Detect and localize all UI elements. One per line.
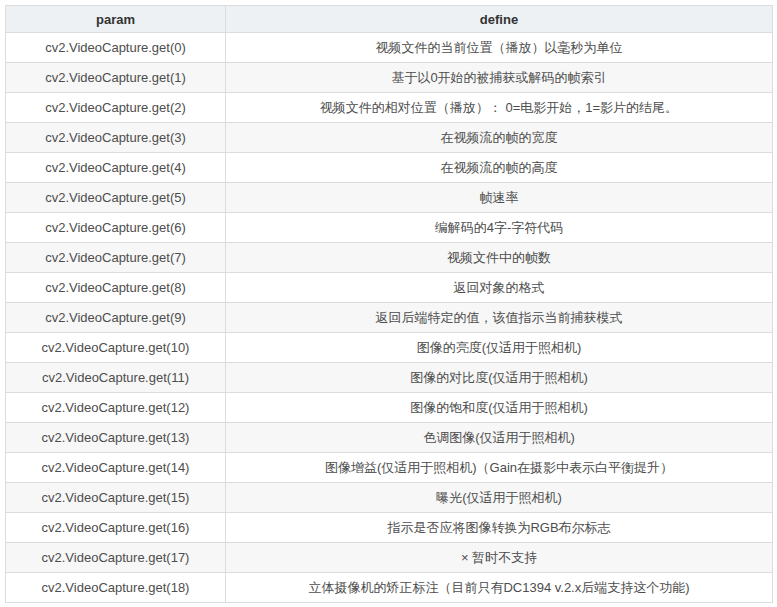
define-cell: 编解码的4字-字符代码 <box>226 213 773 243</box>
param-cell: cv2.VideoCapture.get(2) <box>6 93 226 123</box>
param-cell: cv2.VideoCapture.get(8) <box>6 273 226 303</box>
define-cell: 立体摄像机的矫正标注（目前只有DC1394 v.2.x后端支持这个功能) <box>226 573 773 603</box>
table-row: cv2.VideoCapture.get(12)图像的饱和度(仅适用于照相机) <box>6 393 773 423</box>
table-row: cv2.VideoCapture.get(18)立体摄像机的矫正标注（目前只有D… <box>6 573 773 603</box>
define-cell: 曝光(仅适用于照相机) <box>226 483 773 513</box>
page: param define cv2.VideoCapture.get(0)视频文件… <box>0 0 777 603</box>
table-row: cv2.VideoCapture.get(2)视频文件的相对位置（播放）： 0=… <box>6 93 773 123</box>
param-cell: cv2.VideoCapture.get(4) <box>6 153 226 183</box>
param-cell: cv2.VideoCapture.get(14) <box>6 453 226 483</box>
table-row: cv2.VideoCapture.get(4)在视频流的帧的高度 <box>6 153 773 183</box>
define-cell: 返回对象的格式 <box>226 273 773 303</box>
define-cell: 在视频流的帧的高度 <box>226 153 773 183</box>
column-header-param: param <box>6 6 226 33</box>
table-body: cv2.VideoCapture.get(0)视频文件的当前位置（播放）以毫秒为… <box>6 33 773 603</box>
define-cell: 视频文件的当前位置（播放）以毫秒为单位 <box>226 33 773 63</box>
param-cell: cv2.VideoCapture.get(6) <box>6 213 226 243</box>
table-row: cv2.VideoCapture.get(13)色调图像(仅适用于照相机) <box>6 423 773 453</box>
param-cell: cv2.VideoCapture.get(13) <box>6 423 226 453</box>
table-row: cv2.VideoCapture.get(5)帧速率 <box>6 183 773 213</box>
define-cell: × 暂时不支持 <box>226 543 773 573</box>
param-cell: cv2.VideoCapture.get(9) <box>6 303 226 333</box>
table-row: cv2.VideoCapture.get(10)图像的亮度(仅适用于照相机) <box>6 333 773 363</box>
param-cell: cv2.VideoCapture.get(11) <box>6 363 226 393</box>
define-cell: 在视频流的帧的宽度 <box>226 123 773 153</box>
param-cell: cv2.VideoCapture.get(7) <box>6 243 226 273</box>
param-cell: cv2.VideoCapture.get(16) <box>6 513 226 543</box>
param-cell: cv2.VideoCapture.get(5) <box>6 183 226 213</box>
table-row: cv2.VideoCapture.get(11)图像的对比度(仅适用于照相机) <box>6 363 773 393</box>
define-cell: 指示是否应将图像转换为RGB布尔标志 <box>226 513 773 543</box>
table-row: cv2.VideoCapture.get(16)指示是否应将图像转换为RGB布尔… <box>6 513 773 543</box>
define-cell: 返回后端特定的值，该值指示当前捕获模式 <box>226 303 773 333</box>
table-row: cv2.VideoCapture.get(7)视频文件中的帧数 <box>6 243 773 273</box>
table-row: cv2.VideoCapture.get(14)图像增益(仅适用于照相机)（Ga… <box>6 453 773 483</box>
param-cell: cv2.VideoCapture.get(3) <box>6 123 226 153</box>
param-cell: cv2.VideoCapture.get(1) <box>6 63 226 93</box>
table-row: cv2.VideoCapture.get(0)视频文件的当前位置（播放）以毫秒为… <box>6 33 773 63</box>
define-cell: 图像的饱和度(仅适用于照相机) <box>226 393 773 423</box>
define-cell: 图像的亮度(仅适用于照相机) <box>226 333 773 363</box>
define-cell: 图像增益(仅适用于照相机)（Gain在摄影中表示白平衡提升） <box>226 453 773 483</box>
define-cell: 帧速率 <box>226 183 773 213</box>
param-cell: cv2.VideoCapture.get(15) <box>6 483 226 513</box>
table-row: cv2.VideoCapture.get(9)返回后端特定的值，该值指示当前捕获… <box>6 303 773 333</box>
videocapture-param-table: param define cv2.VideoCapture.get(0)视频文件… <box>5 5 773 603</box>
table-row: cv2.VideoCapture.get(15)曝光(仅适用于照相机) <box>6 483 773 513</box>
column-header-define: define <box>226 6 773 33</box>
param-cell: cv2.VideoCapture.get(17) <box>6 543 226 573</box>
define-cell: 视频文件中的帧数 <box>226 243 773 273</box>
table-row: cv2.VideoCapture.get(6)编解码的4字-字符代码 <box>6 213 773 243</box>
table-row: cv2.VideoCapture.get(17)× 暂时不支持 <box>6 543 773 573</box>
param-cell: cv2.VideoCapture.get(10) <box>6 333 226 363</box>
define-cell: 视频文件的相对位置（播放）： 0=电影开始，1=影片的结尾。 <box>226 93 773 123</box>
define-cell: 图像的对比度(仅适用于照相机) <box>226 363 773 393</box>
table-row: cv2.VideoCapture.get(1)基于以0开始的被捕获或解码的帧索引 <box>6 63 773 93</box>
param-cell: cv2.VideoCapture.get(12) <box>6 393 226 423</box>
table-row: cv2.VideoCapture.get(8)返回对象的格式 <box>6 273 773 303</box>
table-row: cv2.VideoCapture.get(3)在视频流的帧的宽度 <box>6 123 773 153</box>
param-cell: cv2.VideoCapture.get(0) <box>6 33 226 63</box>
define-cell: 色调图像(仅适用于照相机) <box>226 423 773 453</box>
param-cell: cv2.VideoCapture.get(18) <box>6 573 226 603</box>
define-cell: 基于以0开始的被捕获或解码的帧索引 <box>226 63 773 93</box>
table-header-row: param define <box>6 6 773 33</box>
